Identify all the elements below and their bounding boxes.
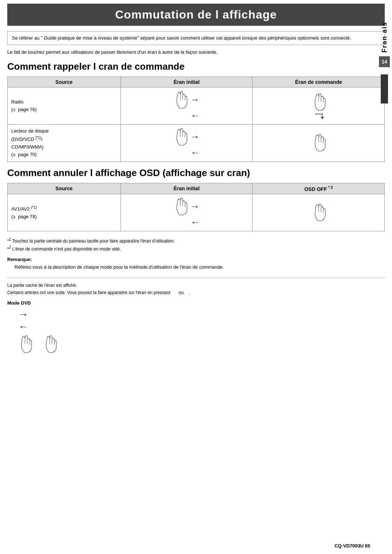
- col-header-source1: Source: [8, 77, 121, 87]
- remark-text: Référez-vous à la description de chaque …: [7, 264, 385, 271]
- arrow-cell-lecteur: → ←: [121, 125, 253, 162]
- remark-title: Remarque:: [7, 257, 385, 262]
- touch-note: Le fait de touchez permet aux utilisateu…: [7, 49, 385, 56]
- hand-icon-lecteur-cmd: [312, 133, 326, 151]
- right-sidebar: Fran ais 14: [377, 0, 392, 554]
- footer-code: CQ-VD7003U 65: [335, 543, 370, 549]
- cmd-cell-radio: [253, 87, 385, 125]
- col-header-eran-commande: Éran de commande: [253, 77, 385, 87]
- bottom-arrow-left-icon: ←: [18, 321, 28, 333]
- cmd-cell-lecteur: [253, 125, 385, 162]
- table-row: Lecteur de disque (DVD/VCD (*1)/ CD/MP3/…: [8, 125, 385, 162]
- source-lecteur: Lecteur de disque (DVD/VCD (*1)/ CD/MP3/…: [8, 125, 121, 162]
- hand-icon-bottom-left: [18, 335, 32, 353]
- hand-icon-radio-initial: [173, 90, 187, 109]
- col-header-source2: Source: [8, 183, 121, 194]
- col-header-osd-off: OSD OFF * 2: [253, 183, 385, 194]
- hand-icon-av-osd: [312, 203, 326, 221]
- table-row: Radio (a page 76): [8, 87, 385, 125]
- col-header-eran-initial1: Éran initial: [121, 77, 253, 87]
- mode-dvd-label: Mode DVD: [7, 300, 385, 306]
- bottom-arrow-right-icon: →: [18, 309, 28, 320]
- footnotes: *1 Touchez la partie centrale du panneau…: [7, 237, 385, 253]
- hand-icon-av-initial: [173, 197, 187, 215]
- section2-table: Source Éran initial OSD OFF * 2 AV1/AV2 …: [7, 183, 385, 232]
- footnote-2: *2 L'éran de commande n'est pas disponib…: [7, 245, 385, 253]
- remark-section: Remarque: Référez-vous à la description …: [7, 257, 385, 271]
- section2-title: Comment annuler l affichage OSD (afficha…: [7, 167, 385, 179]
- arrow-down-right-radio: [313, 112, 324, 119]
- cmd-cell-av: [253, 194, 385, 231]
- bottom-note-2: Certains articles ont une suite. Vous po…: [7, 289, 385, 296]
- svg-marker-6: [320, 117, 324, 119]
- col-header-eran-initial2: Éran initial: [121, 183, 253, 194]
- hand-icon-radio-cmd: [312, 93, 326, 111]
- bottom-divider: [7, 278, 385, 278]
- intro-note-text: Se référer au " Guide pratique de mise à…: [12, 35, 351, 41]
- bottom-note-1: La partie caché de l'éran est affiché.: [7, 282, 385, 289]
- source-radio: Radio (a page 76): [8, 87, 121, 125]
- footnote-1: *1 Touchez la partie centrale du panneau…: [7, 237, 385, 245]
- arrow-cell-av: → ←: [121, 194, 253, 231]
- page-number-box: 14: [379, 56, 390, 67]
- page-title: Commutation de l affichage: [7, 4, 385, 26]
- section1-table: Source Éran initial Éran de commande Rad…: [7, 77, 385, 162]
- bottom-arrows-diagram: → ←: [7, 309, 385, 353]
- intro-note-box: Se référer au " Guide pratique de mise à…: [7, 31, 385, 45]
- section1-title: Comment rappeler l cran de commande: [7, 61, 385, 72]
- decorative-block: [381, 74, 388, 103]
- hand-icon-lecteur-initial: [173, 127, 187, 146]
- source-av: AV1/AV2 (*1) (a page 78): [8, 194, 121, 231]
- hand-icon-bottom-right: [43, 335, 57, 353]
- bottom-notes: La partie caché de l'éran est affiché. C…: [7, 282, 385, 297]
- arrow-cell-radio: → ←: [121, 87, 253, 125]
- table-row: AV1/AV2 (*1) (a page 78): [8, 194, 385, 231]
- lang-label: Fran ais: [381, 22, 388, 53]
